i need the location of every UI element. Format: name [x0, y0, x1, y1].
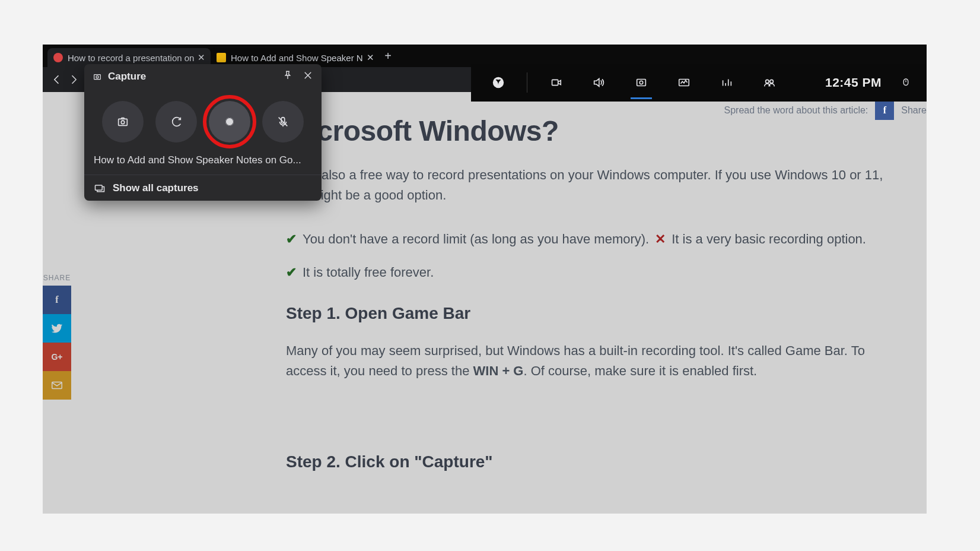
svg-rect-3 [637, 80, 646, 86]
pros-cons-row-1: ✔ You don't have a record limit (as long… [286, 232, 897, 247]
share-googleplus-button[interactable]: G+ [43, 343, 71, 371]
performance-button[interactable] [670, 68, 698, 97]
audio-button[interactable] [584, 68, 613, 97]
resources-button[interactable] [712, 68, 741, 97]
pro-text: It is totally free forever. [303, 265, 434, 280]
con-text: It is a very basic recording option. [672, 232, 866, 247]
capture-context-label: How to Add and Show Speaker Notes on Go.… [84, 154, 322, 175]
show-all-captures-label: Show all captures [113, 182, 199, 194]
svg-rect-0 [52, 382, 62, 389]
pin-button[interactable] [282, 69, 293, 84]
intro-paragraph: ere is also a free way to record present… [286, 165, 897, 205]
svg-rect-9 [94, 75, 101, 80]
check-icon: ✔ [286, 232, 297, 247]
mic-toggle-button[interactable] [262, 101, 304, 142]
share-email-button[interactable] [43, 371, 71, 400]
share-twitter-button[interactable] [43, 314, 71, 343]
favicon-1 [217, 53, 226, 62]
svg-point-12 [121, 121, 125, 124]
new-tab-button[interactable]: + [380, 48, 396, 64]
capture-titlebar: Capture [84, 64, 322, 89]
broadcast-button[interactable] [542, 68, 570, 97]
share-link[interactable]: Share [901, 105, 927, 116]
svg-rect-14 [96, 185, 103, 190]
start-recording-button[interactable] [209, 101, 250, 142]
separator [527, 72, 527, 93]
active-indicator [631, 97, 652, 99]
close-icon[interactable]: ✕ [363, 52, 374, 63]
article-body: Microsoft Windows? ere is also a free wa… [286, 92, 897, 471]
close-button[interactable] [303, 69, 313, 84]
capture-title: Capture [108, 71, 146, 83]
share-facebook-button[interactable]: f [875, 101, 894, 120]
clock: 12:45 PM [825, 75, 882, 90]
spread-text: Spread the word about this article: [724, 105, 868, 116]
record-last-button[interactable] [155, 101, 197, 142]
favicon-0 [53, 53, 63, 62]
show-all-captures-button[interactable]: Show all captures [84, 175, 322, 201]
step-1-heading: Step 1. Open Game Bar [286, 304, 897, 323]
tab-label: How to record a presentation on [68, 53, 194, 63]
pro-text: You don't have a record limit (as long a… [303, 232, 649, 247]
share-label: SHARE [43, 270, 71, 286]
record-dot-icon [225, 118, 234, 126]
gamebar-toolbar: 12:45 PM [471, 64, 927, 102]
keyboard-shortcut: WIN + G [473, 363, 524, 378]
record-button-wrap [209, 101, 250, 142]
capture-button[interactable] [627, 68, 656, 97]
back-button[interactable] [49, 71, 65, 88]
svg-rect-11 [119, 119, 128, 125]
svg-point-10 [96, 76, 98, 78]
tab-label: How to Add and Show Speaker N [231, 53, 363, 63]
step-2-heading: Step 2. Click on "Capture" [286, 452, 897, 471]
share-facebook-button[interactable]: f [43, 286, 71, 314]
capture-icon [93, 72, 102, 81]
svg-point-4 [639, 81, 643, 84]
svg-rect-2 [552, 80, 558, 85]
xbox-button[interactable] [484, 68, 513, 97]
share-sidebar: SHARE f G+ [43, 270, 71, 400]
svg-point-6 [766, 80, 769, 83]
spread-bar: Spread the word about this article: f Sh… [724, 101, 927, 120]
settings-button[interactable] [898, 68, 914, 97]
screenshot-button[interactable] [102, 101, 144, 142]
svg-point-7 [770, 80, 774, 83]
social-button[interactable] [755, 68, 784, 97]
pros-cons-row-2: ✔ It is totally free forever. [286, 265, 897, 280]
close-icon[interactable]: ✕ [194, 52, 205, 63]
step-1-paragraph: Many of you may seem surprised, but Wind… [286, 341, 897, 381]
text: . Of course, make sure it is enabled fir… [523, 363, 757, 378]
capture-widget: Capture How to [84, 64, 322, 201]
close-icon: ✕ [655, 232, 666, 247]
capture-controls [84, 89, 322, 154]
check-icon: ✔ [286, 265, 297, 280]
forward-button[interactable] [65, 71, 82, 88]
